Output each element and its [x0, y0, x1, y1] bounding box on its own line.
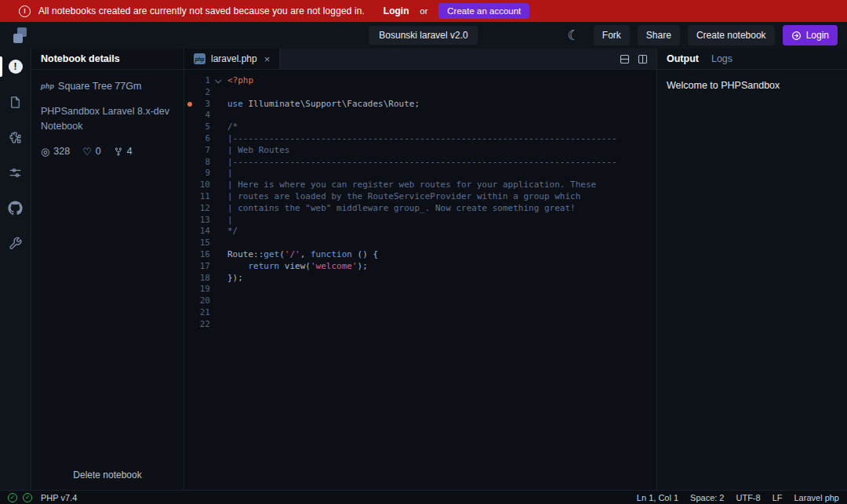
- notebook-description: PHPSandbox Laravel 8.x-dev Notebook: [41, 104, 174, 135]
- cursor-position[interactable]: Ln 1, Col 1: [637, 493, 678, 502]
- banner-or-text: or: [420, 6, 428, 16]
- settings-sliders-icon[interactable]: [7, 164, 24, 181]
- tab-output[interactable]: Output: [667, 53, 699, 64]
- fold-spacer: [210, 284, 227, 296]
- banner-login-link[interactable]: Login: [384, 5, 409, 16]
- editor: php laravel.php × 1<?php23use Illuminate…: [184, 49, 656, 490]
- fold-spacer: [210, 168, 227, 179]
- code-line-3[interactable]: 3use Illuminate\Support\Facades\Route;: [184, 99, 656, 111]
- code-line-19[interactable]: 19: [184, 284, 656, 296]
- fold-spacer: [210, 319, 227, 331]
- tab-label: laravel.php: [211, 53, 257, 64]
- tools-wrench-icon[interactable]: [7, 234, 24, 252]
- fold-spacer: [210, 145, 227, 157]
- code-line-16[interactable]: 16Route::get('/', function () {: [184, 249, 656, 261]
- code-text: */: [227, 226, 238, 237]
- code-line-14[interactable]: 14*/: [184, 226, 656, 237]
- php-version[interactable]: PHP v7.4: [41, 493, 77, 502]
- heart-icon: ♡: [82, 146, 92, 158]
- code-text: |: [227, 168, 233, 179]
- fold-spacer: [210, 99, 227, 111]
- phpsandbox-logo-icon[interactable]: [13, 27, 28, 43]
- code-line-10[interactable]: 10| Here is where you can register web r…: [184, 179, 656, 191]
- breakpoint-dot-icon: [184, 99, 194, 111]
- line-number: 2: [194, 87, 210, 99]
- code-line-1[interactable]: 1<?php: [184, 75, 656, 87]
- files-icon[interactable]: [7, 93, 24, 111]
- code-editor[interactable]: 1<?php23use Illuminate\Support\Facades\R…: [184, 70, 656, 490]
- create-notebook-button[interactable]: Create notebook: [688, 25, 775, 45]
- status-check-icon-2[interactable]: ✓: [23, 493, 32, 502]
- tab-close-icon[interactable]: ×: [264, 54, 271, 64]
- line-number: 16: [194, 249, 210, 261]
- fold-spacer: [210, 215, 227, 227]
- tab-logs[interactable]: Logs: [711, 53, 732, 64]
- code-text: | routes are loaded by the RouteServiceP…: [227, 191, 580, 203]
- code-line-8[interactable]: 8|--------------------------------------…: [184, 157, 656, 169]
- git-fork-icon: [114, 147, 123, 157]
- gutter-marker: [184, 319, 194, 331]
- code-line-18[interactable]: 18});: [184, 273, 656, 285]
- extensions-puzzle-icon[interactable]: [7, 129, 24, 146]
- activity-bar: !: [0, 49, 31, 490]
- line-number: 14: [194, 226, 210, 237]
- dark-mode-toggle-moon-icon[interactable]: ☾: [568, 29, 580, 42]
- gutter-marker: [184, 203, 194, 215]
- login-button[interactable]: Login: [783, 25, 838, 45]
- line-number: 3: [194, 99, 210, 111]
- code-line-12[interactable]: 12| contains the "web" middleware group_…: [184, 203, 656, 215]
- gutter-marker: [184, 307, 194, 319]
- code-line-15[interactable]: 15: [184, 237, 656, 249]
- line-number: 5: [194, 121, 210, 133]
- notebook-stats: ◎ 328 ♡ 0 4: [41, 146, 174, 158]
- code-line-9[interactable]: 9|: [184, 168, 656, 179]
- code-line-2[interactable]: 2: [184, 87, 656, 99]
- create-account-button[interactable]: Create an account: [438, 3, 529, 19]
- code-text: return view('welcome');: [227, 261, 368, 273]
- gutter-marker: [184, 121, 194, 133]
- gutter-marker: [184, 110, 194, 121]
- language-mode[interactable]: Laravel php: [794, 493, 840, 502]
- code-text: use Illuminate\Support\Facades\Route;: [227, 99, 420, 111]
- tab-laravel-php[interactable]: php laravel.php ×: [184, 49, 280, 69]
- github-icon[interactable]: [7, 199, 24, 216]
- fold-spacer: [210, 179, 227, 191]
- status-check-icon-1[interactable]: ✓: [8, 493, 17, 502]
- gutter-marker: [184, 87, 194, 99]
- split-vertical-icon[interactable]: [637, 53, 649, 65]
- encoding[interactable]: UTF-8: [736, 493, 760, 502]
- fold-spacer: [210, 157, 227, 169]
- line-number: 6: [194, 133, 210, 145]
- line-number: 12: [194, 203, 210, 215]
- gutter-marker: [184, 133, 194, 145]
- notebook-title[interactable]: Bosunski laravel v2.0: [369, 26, 478, 45]
- code-text: | contains the "web" middleware group_. …: [227, 203, 576, 215]
- output-tab-bar: Output Logs: [657, 49, 847, 70]
- gutter-marker: [184, 215, 194, 227]
- fold-spacer: [210, 121, 227, 133]
- fold-spacer: [210, 237, 227, 249]
- code-line-22[interactable]: 22: [184, 319, 656, 331]
- fold-spacer: [210, 307, 227, 319]
- code-line-13[interactable]: 13|: [184, 215, 656, 227]
- line-number: 8: [194, 157, 210, 169]
- code-line-21[interactable]: 21: [184, 307, 656, 319]
- notebook-info-icon[interactable]: !: [7, 58, 24, 75]
- split-horizontal-icon[interactable]: [619, 53, 631, 65]
- output-content: Welcome to PHPSandbox: [657, 70, 847, 101]
- code-line-6[interactable]: 6|--------------------------------------…: [184, 133, 656, 145]
- indent-setting[interactable]: Space: 2: [690, 493, 724, 502]
- fork-button[interactable]: Fork: [594, 25, 630, 45]
- code-line-11[interactable]: 11| routes are loaded by the RouteServic…: [184, 191, 656, 203]
- notebook-name[interactable]: php Square Tree 77Gm: [41, 81, 174, 92]
- fold-chevron-icon[interactable]: [210, 75, 227, 87]
- views-stat: ◎ 328: [41, 146, 70, 158]
- share-button[interactable]: Share: [638, 25, 680, 45]
- code-line-20[interactable]: 20: [184, 296, 656, 307]
- code-line-5[interactable]: 5/*: [184, 121, 656, 133]
- delete-notebook-button[interactable]: Delete notebook: [31, 470, 184, 480]
- code-line-7[interactable]: 7| Web Routes: [184, 145, 656, 157]
- code-line-17[interactable]: 17 return view('welcome');: [184, 261, 656, 273]
- code-line-4[interactable]: 4: [184, 110, 656, 121]
- line-ending[interactable]: LF: [772, 493, 783, 502]
